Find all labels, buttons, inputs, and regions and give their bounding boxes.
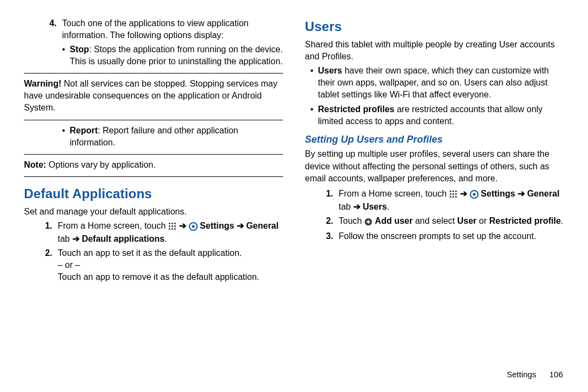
divider (24, 154, 283, 155)
svg-rect-11 (450, 191, 451, 192)
svg-rect-16 (455, 193, 457, 195)
s1-settings: Settings (200, 221, 237, 230)
s3-text: Follow the onscreen prompts to set up th… (339, 231, 536, 241)
step-4: 4. Touch one of the applications to view… (24, 17, 283, 68)
svg-rect-4 (171, 225, 173, 227)
note-label: Note: (24, 160, 46, 169)
step-body: Touch an app to set it as the default ap… (58, 247, 283, 283)
period: . (164, 234, 167, 243)
heading-users: Users (305, 17, 564, 35)
da-step-1: 1. From a Home screen, touch ➔ (38, 220, 283, 245)
bullet-dot: • (62, 125, 70, 149)
heading-setting-up: Setting Up Users and Profiles (305, 133, 564, 146)
arrow-icon: ➔ (460, 189, 467, 198)
step-number: 1. (38, 220, 58, 245)
s2-add: Add user (375, 216, 413, 225)
stop-text: : Stops the application from running on … (70, 45, 283, 66)
bullet-restricted: • Restricted profiles are restricted acc… (310, 103, 564, 127)
s1-general: General (246, 221, 279, 230)
footer-page: 106 (549, 370, 563, 379)
svg-rect-19 (455, 196, 457, 198)
svg-rect-17 (450, 196, 451, 198)
step-text: Touch one of the applications to view ap… (62, 19, 248, 40)
svg-point-10 (192, 225, 194, 228)
note-text: Options vary by application. (46, 160, 156, 169)
s2-pre: Touch (339, 216, 364, 225)
su-step-2: 2. Touch Add user and select User or Res… (319, 215, 564, 228)
b1-text: have their own space, which they can cus… (318, 66, 549, 99)
apps-grid-icon (449, 189, 458, 201)
step-body: Follow the onscreen prompts to set up th… (339, 230, 564, 242)
svg-rect-15 (452, 193, 454, 195)
arrow-icon: ➔ (72, 234, 79, 243)
svg-rect-1 (171, 223, 173, 224)
s1-tab: tab (58, 234, 72, 243)
right-column: Users Shared this tablet with multiple p… (305, 17, 564, 366)
step-body: Touch Add user and select User or Restri… (339, 215, 564, 228)
step-body: From a Home screen, touch ➔ Settings ➔ G (58, 220, 283, 245)
setup-intro: By setting up multiple user profiles, se… (305, 148, 564, 184)
users-intro: Shared this tablet with multiple people … (305, 39, 564, 63)
step-number: 4. (24, 17, 62, 68)
svg-rect-0 (169, 223, 170, 224)
svg-rect-2 (174, 223, 176, 224)
settings-gear-icon (470, 189, 479, 201)
step-number: 1. (319, 188, 339, 213)
b2-label: Restricted profiles (318, 105, 394, 114)
period: . (561, 216, 563, 225)
bullet-dot: • (310, 103, 318, 127)
arrow-icon: ➔ (353, 202, 360, 211)
step-body: From a Home screen, touch ➔ Settings ➔ G (339, 188, 564, 213)
bullet-users: • Users have their own space, which they… (310, 65, 564, 101)
s2-rp: Restricted profile (489, 216, 561, 225)
su-step-1: 1. From a Home screen, touch ➔ (319, 188, 564, 213)
s2-a: Touch an app to set it as the default ap… (58, 247, 283, 259)
s2-or: or (476, 216, 489, 225)
bullet-body: Restricted profiles are restricted accou… (318, 103, 564, 127)
left-column: 4. Touch one of the applications to view… (24, 17, 283, 366)
bullet-body: Stop: Stops the application from running… (70, 44, 283, 68)
note-block: Note: Options vary by application. (24, 159, 283, 171)
period: . (387, 202, 389, 211)
default-apps-intro: Set and manage your default applications… (24, 206, 283, 218)
step-number: 2. (319, 215, 339, 228)
svg-point-21 (473, 193, 475, 195)
divider (24, 120, 283, 120)
s2-b: Touch an app to remove it as the default… (58, 271, 283, 283)
s1-target: Users (360, 202, 387, 211)
svg-rect-7 (171, 228, 173, 230)
step-body: Touch one of the applications to view ap… (62, 17, 283, 68)
s1-tab: tab (339, 202, 353, 211)
svg-rect-13 (455, 191, 457, 192)
svg-rect-18 (452, 196, 454, 198)
svg-rect-14 (450, 193, 451, 195)
step-number: 3. (319, 230, 339, 242)
page-footer: Settings106 (24, 366, 564, 379)
report-label: Report (70, 126, 98, 135)
s1-settings: Settings (481, 189, 518, 198)
arrow-icon: ➔ (518, 189, 525, 198)
divider (24, 73, 283, 74)
s1-target: Default applications (79, 234, 164, 243)
svg-rect-12 (452, 191, 454, 192)
s1-pre: From a Home screen, touch (339, 189, 449, 198)
bullet-dot: • (62, 44, 70, 68)
da-step-2: 2. Touch an app to set it as the default… (38, 247, 283, 283)
svg-rect-6 (169, 228, 170, 230)
heading-default-applications: Default Applications (24, 185, 283, 203)
settings-gear-icon (189, 221, 198, 233)
b1-label: Users (318, 66, 342, 75)
stop-label: Stop (70, 45, 89, 54)
bullet-report: • Report: Report failure and other appli… (62, 125, 283, 149)
bullet-stop: • Stop: Stops the application from runni… (62, 44, 283, 68)
svg-rect-3 (169, 225, 170, 227)
bullet-dot: • (310, 65, 318, 101)
svg-rect-8 (174, 228, 176, 230)
divider (24, 176, 283, 177)
bullet-body: Users have their own space, which they c… (318, 65, 564, 101)
warning-label: Warning! (24, 79, 62, 88)
su-step-3: 3. Follow the onscreen prompts to set up… (319, 230, 564, 242)
apps-grid-icon (168, 221, 177, 233)
add-user-icon (364, 216, 372, 228)
footer-section: Settings (507, 370, 536, 379)
